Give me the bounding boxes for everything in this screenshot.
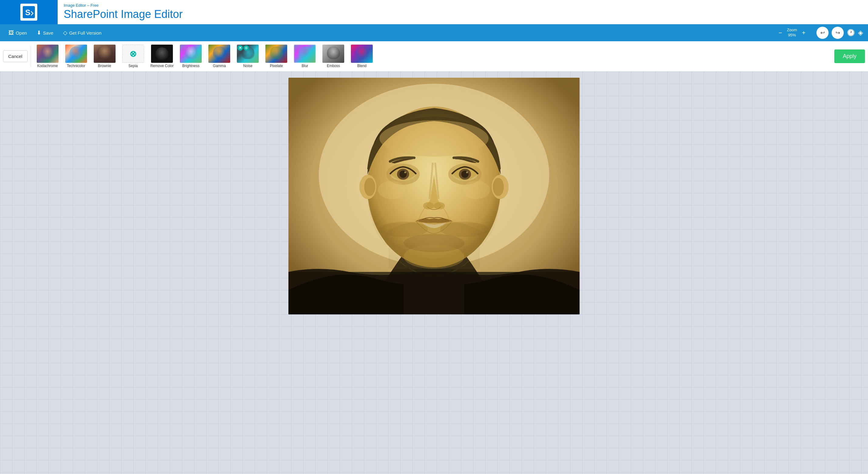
filter-item-technicolor[interactable]: Technicolor [62,43,90,69]
app-title: SharePoint Image Editor [64,8,183,21]
filter-item-remove-color[interactable]: Remove Color [148,43,176,69]
sepia-label: Sepia [128,64,138,68]
filter-thumb-technicolor [65,45,87,63]
full-version-label: Get Full Version [69,30,102,35]
zoom-value: 95% [787,33,797,38]
filter-strip: Cancel Kodachrome Technicolor Brownie [0,41,868,71]
logo-box: S [0,0,58,24]
layers-icon: ◈ [858,29,863,37]
undo-button[interactable]: ↩ [816,27,829,39]
image-canvas [288,78,580,315]
filter-thumb-emboss [322,45,344,63]
filter-item-brownie[interactable]: Brownie [91,43,118,69]
zoom-in-button[interactable]: + [800,29,808,37]
open-label: Open [16,30,27,35]
open-icon: 🖼 [8,30,14,36]
filter-item-brightness[interactable]: Brightness [177,43,205,69]
filter-thumb-noise: ✕ ⚙ [237,45,259,63]
filter-item-gamma[interactable]: Gamma [206,43,233,69]
emboss-label: Emboss [327,64,340,68]
filter-item-blend[interactable]: Blend [348,43,375,69]
filter-divider [31,46,31,67]
filter-thumb-remove-color [151,45,173,63]
canvas-area [0,71,868,474]
filter-item-blur[interactable]: Blur [291,43,318,69]
filter-thumb-kodachrome [37,45,59,63]
kodachrome-label: Kodachrome [37,64,58,68]
zoom-text: Zoom [787,28,797,33]
save-icon: ⬇ [37,29,41,36]
main-toolbar: 🖼 Open ⬇ Save ◇ Get Full Version − Zoom … [0,24,868,41]
filter-thumb-blur [294,45,316,63]
app-title-box: Image Editor – Free SharePoint Image Edi… [58,1,189,23]
full-version-button[interactable]: ◇ Get Full Version [59,28,105,38]
filter-thumb-pixelate [266,45,287,63]
zoom-control: − Zoom 95% + [776,28,808,38]
cancel-button[interactable]: Cancel [3,50,28,62]
portrait-container [288,78,580,315]
redo-icon: ↪ [836,29,840,36]
filter-thumb-brownie [94,45,116,63]
apply-button[interactable]: Apply [834,50,865,63]
svg-text:S: S [25,8,30,17]
noise-label: Noise [243,64,253,68]
filter-thumb-sepia: ⊗ [122,45,144,63]
blur-label: Blur [302,64,308,68]
portrait-svg [288,78,580,315]
save-label: Save [43,30,53,35]
filter-item-kodachrome[interactable]: Kodachrome [34,43,61,69]
blend-label: Blend [357,64,367,68]
pixelate-label: Pixelate [270,64,283,68]
noise-x-icon: ✕ [238,45,243,51]
undo-icon: ↩ [820,29,825,36]
gamma-label: Gamma [213,64,226,68]
brownie-label: Brownie [98,64,111,68]
app-header: S Image Editor – Free SharePoint Image E… [0,0,868,24]
noise-gear-icon: ⚙ [244,45,249,51]
open-button[interactable]: 🖼 Open [5,28,31,38]
history-button[interactable]: 🕐 [847,29,855,37]
app-title-part2: Image Editor [121,8,183,20]
redo-button[interactable]: ↪ [832,27,844,39]
technicolor-label: Technicolor [67,64,85,68]
save-button[interactable]: ⬇ Save [33,28,57,38]
app-title-part1: SharePoint [64,8,121,20]
history-icon: 🕐 [847,29,855,37]
filter-thumb-brightness [180,45,202,63]
filter-item-emboss[interactable]: Emboss [320,43,347,69]
filter-thumb-blend [351,45,373,63]
layers-button[interactable]: ◈ [858,29,863,37]
zoom-out-button[interactable]: − [776,29,784,37]
sepia-x-icon: ⊗ [129,49,136,59]
filter-item-sepia[interactable]: ⊗ Sepia [120,43,147,69]
brightness-label: Brightness [182,64,199,68]
filter-item-pixelate[interactable]: Pixelate [262,43,290,69]
toolbar-right: ↩ ↪ 🕐 ◈ [816,27,863,39]
filter-item-noise[interactable]: ✕ ⚙ Noise [234,43,261,69]
filter-thumb-gamma [208,45,230,63]
remove-color-label: Remove Color [150,64,174,68]
sharepoint-logo: S [20,4,37,21]
app-subtitle: Image Editor – Free [64,3,183,8]
zoom-display: Zoom 95% [787,28,797,38]
diamond-icon: ◇ [63,29,67,36]
